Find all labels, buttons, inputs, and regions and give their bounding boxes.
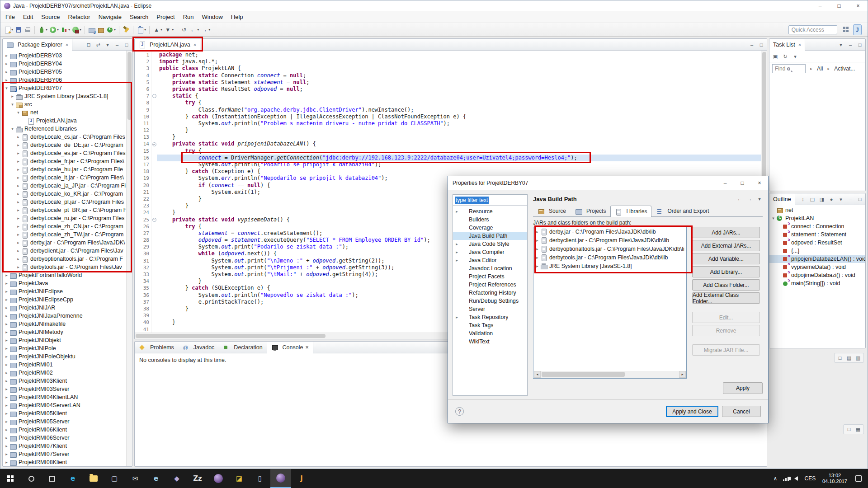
code-line-15[interactable]: try { [157, 148, 767, 155]
menu-edit[interactable]: Edit [19, 12, 37, 22]
menu-navigate[interactable]: Navigate [94, 12, 126, 22]
code-line-4[interactable]: private static Connection connect = null… [157, 72, 767, 79]
coverage-button[interactable]: ▾ [60, 24, 71, 35]
edge-taskbar-button[interactable]: e [62, 469, 83, 488]
properties-item-java-code-style[interactable]: ▸Java Code Style [453, 240, 527, 248]
dropdown-arrow-icon[interactable]: ▾ [57, 28, 59, 32]
java-taskbar-button[interactable]: J [291, 469, 312, 488]
eclipse-active-taskbar-button[interactable] [270, 469, 291, 488]
minimize-icon[interactable]: – [749, 42, 755, 48]
code-line-8[interactable]: try { [157, 99, 767, 106]
expand-chevron-icon[interactable]: ▸ [15, 143, 21, 147]
tab-source[interactable]: Source [533, 205, 571, 216]
jar-item-derbyoptionaltools-jar-c-program-files-jav[interactable]: ▸derbyoptionaltools.jar - C:\Program Fil… [533, 244, 686, 253]
project-item-derbylocale-pl-jar-c-program-files[interactable]: ▸derbyLocale_pl.jar - C:\Program Files [3, 198, 132, 206]
forward-icon[interactable]: → [746, 196, 753, 202]
project-item-derbylocale-ru-jar-c-program-files[interactable]: ▸derbyLocale_ru.jar - C:\Program Files [3, 214, 132, 222]
show-hidden-icons[interactable]: ∧ [769, 475, 782, 482]
properties-item-server[interactable]: Server [453, 305, 527, 313]
expand-chevron-icon[interactable]: ▸ [4, 403, 9, 408]
dropdown-arrow-icon[interactable]: ▾ [46, 28, 47, 32]
maximize-window-button[interactable]: □ [830, 0, 849, 11]
project-item-projektjnijar[interactable]: ▸ProjektJNIJAR [3, 304, 132, 312]
code-line-14[interactable]: private static void pripojeniDatabazeLAN… [157, 141, 767, 147]
tab-javadoc[interactable]: Javadoc [178, 342, 219, 353]
expand-chevron-icon[interactable]: ▸ [4, 371, 9, 375]
package-explorer-tree[interactable]: ▸ProjektDERBY03▸ProjektDERBY04▸ProjektDE… [3, 51, 132, 466]
task-filter-activate[interactable]: Activat... [834, 66, 855, 72]
fold-column[interactable]: −−−− [151, 51, 157, 333]
tab-projektlan-java[interactable]: ProjektLAN.java × [135, 39, 200, 51]
code-line-11[interactable]: System.out.println("Problem s nactenim d… [157, 120, 767, 127]
project-item-projektderby04[interactable]: ▸ProjektDERBY04 [3, 60, 132, 68]
jar-item-derbyclient-jar-c-program-files-javajdk-db[interactable]: ▸derbyclient.jar - C:\Program Files\Java… [533, 236, 686, 244]
expand-chevron-icon[interactable]: ▸ [4, 395, 9, 399]
view-menu-icon[interactable]: ▾ [838, 196, 844, 202]
menu-search[interactable]: Search [126, 12, 152, 22]
sort-icon[interactable]: ↕ [800, 196, 806, 202]
dev-tool-taskbar-button[interactable]: ◆ [166, 469, 187, 488]
expand-chevron-icon[interactable]: ▸ [454, 258, 460, 263]
dropdown-arrow-icon[interactable]: ▾ [208, 28, 210, 32]
project-item-projektrmi02[interactable]: ▸ProjektRMI02 [3, 369, 132, 377]
help-icon[interactable]: ? [455, 407, 464, 416]
expand-chevron-icon[interactable]: ▸ [15, 232, 21, 237]
expand-chevron-icon[interactable]: ▸ [4, 460, 9, 465]
print-button[interactable] [23, 24, 32, 35]
expand-chevron-icon[interactable]: ▸ [4, 330, 9, 334]
jar-list[interactable]: ◂ ▸ ▸derby.jar - C:\Program Files\JavaJD… [533, 227, 687, 379]
expand-chevron-icon[interactable]: ▸ [15, 257, 21, 261]
project-item-projektrmi05server[interactable]: ▸ProjektRMI05Server [3, 418, 132, 426]
close-window-button[interactable]: × [849, 0, 868, 11]
dropdown-arrow-icon[interactable]: ▾ [197, 28, 199, 32]
project-item-projektjnijavapromenne[interactable]: ▸ProjektJNIJavaPromenne [3, 312, 132, 320]
outline-tree[interactable]: net▾ProjektLANSconnect : ConnectionSstat… [769, 205, 865, 348]
expand-chevron-icon[interactable]: ▸ [454, 209, 460, 214]
outline-item-connect-connection[interactable]: Sconnect : Connection [769, 222, 865, 230]
properties-item-refactoring-history[interactable]: Refactoring History [453, 289, 527, 297]
view-menu-icon[interactable]: ▾ [838, 42, 844, 48]
expand-chevron-icon[interactable]: ▸ [15, 159, 21, 164]
project-item-derbylocale-cs-jar-c-program-files[interactable]: ▸derbyLocale_cs.jar - C:\Program Files [3, 133, 132, 141]
tab-task-list[interactable]: Task List × [769, 39, 805, 51]
outline-item-item[interactable]: {...} [769, 247, 865, 255]
minimize-icon[interactable]: – [847, 42, 854, 48]
outline-item-projektlan[interactable]: ▾ProjektLAN [769, 214, 865, 222]
tab-declaration[interactable]: Declaration [218, 342, 266, 353]
save-button[interactable] [14, 24, 23, 35]
properties-item-run-debug-settings[interactable]: Run/Debug Settings [453, 297, 527, 305]
expand-chevron-icon[interactable]: ▸ [534, 230, 540, 234]
project-item-projektrmi03klient[interactable]: ▸ProjektRMI03Klient [3, 377, 132, 385]
dialog-close-button[interactable]: × [751, 176, 768, 190]
code-line-6[interactable]: private static ResultSet odpoved = null; [157, 86, 767, 93]
outline-item-odpoved-resultset[interactable]: Sodpoved : ResultSet [769, 239, 865, 247]
project-item-net[interactable]: ▾net [3, 108, 132, 117]
outline-item-net[interactable]: net [769, 206, 865, 214]
close-tab-icon[interactable]: × [193, 42, 196, 47]
jar-item-jre-system-library-javase-1-8[interactable]: ▸JRE System Library [JavaSE-1.8] [533, 262, 686, 270]
project-item-derbyclient-jar-c-program-files-jav[interactable]: ▸derbyclient.jar - C:\Program Files\Jav [3, 247, 132, 255]
new-class-button[interactable]: ▾ [105, 24, 117, 35]
project-item-projektlan-java[interactable]: ProjektLAN.java [3, 117, 132, 125]
expand-chevron-icon[interactable]: ▸ [454, 242, 460, 246]
expand-chevron-icon[interactable]: ▸ [15, 240, 21, 245]
expand-chevron-icon[interactable]: ▸ [15, 224, 21, 229]
expand-chevron-icon[interactable]: ▾ [15, 110, 21, 115]
minimize-icon[interactable]: – [114, 42, 120, 48]
project-item-derbylocale-zh-tw-jar-c-program[interactable]: ▸derbyLocale_zh_TW.jar - C:\Program [3, 230, 132, 239]
properties-item-validation[interactable]: Validation [453, 329, 527, 338]
project-item-projektderby05[interactable]: ▸ProjektDERBY05 [3, 68, 132, 76]
expand-chevron-icon[interactable]: ▸ [534, 238, 540, 243]
project-item-projektrmi04serverlan[interactable]: ▸ProjektRMI04ServerLAN [3, 401, 132, 409]
expand-chevron-icon[interactable]: ▸ [4, 53, 9, 58]
title-bar[interactable]: Java - ProjektDERBY07/src/net/ProjektLAN… [0, 0, 868, 11]
restore-view-icon[interactable]: □ [837, 355, 843, 361]
expand-chevron-icon[interactable]: ▸ [4, 379, 9, 383]
expand-chevron-icon[interactable]: ▾ [4, 86, 9, 90]
collapse-fold-icon[interactable]: − [152, 142, 156, 146]
back-icon[interactable]: ← [736, 196, 743, 202]
project-item-derbylocale-ko-kr-jar-c-program[interactable]: ▸derbyLocale_ko_KR.jar - C:\Program [3, 190, 132, 198]
view-menu-icon[interactable]: ▾ [104, 42, 111, 48]
code-line-12[interactable]: } [157, 127, 767, 134]
minimized-view-b-icon[interactable]: ▥ [855, 355, 861, 361]
